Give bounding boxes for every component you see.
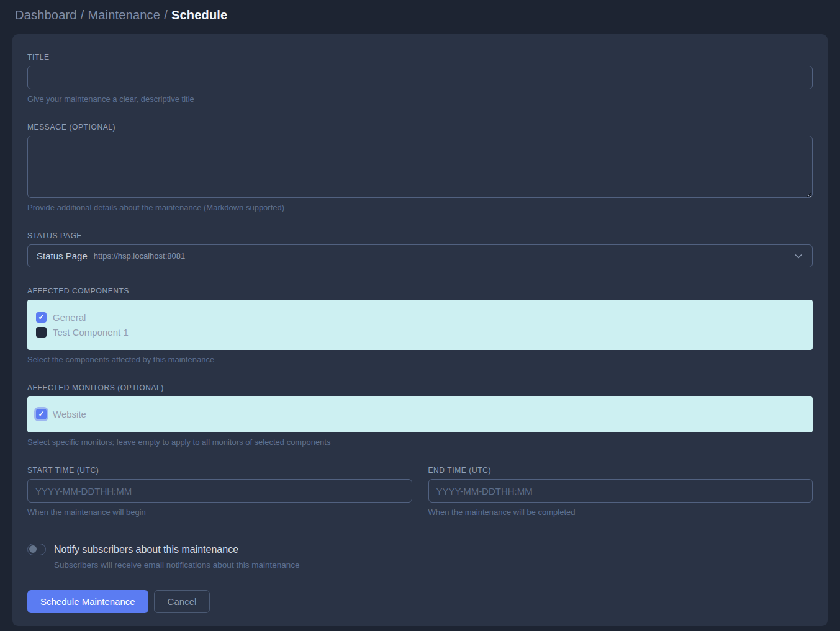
checkbox-general[interactable]: ✓ <box>36 312 47 323</box>
affected-monitors-label: AFFECTED MONITORS (OPTIONAL) <box>27 383 813 392</box>
breadcrumb: Dashboard/Maintenance/Schedule <box>15 8 825 22</box>
breadcrumb-separator: / <box>160 8 171 22</box>
title-input[interactable] <box>27 66 813 89</box>
status-page-selected-name: Status Page <box>37 251 88 261</box>
breadcrumb-maintenance[interactable]: Maintenance <box>88 8 160 22</box>
message-textarea[interactable] <box>27 136 813 198</box>
start-time-helper-text: When the maintenance will begin <box>27 508 412 517</box>
breadcrumb-dashboard[interactable]: Dashboard <box>15 8 77 22</box>
check-icon: ✓ <box>38 410 44 418</box>
monitor-option-website[interactable]: ✓ Website <box>36 406 804 421</box>
component-option-label: General <box>53 312 86 323</box>
affected-components-panel: ✓ General ✓ Test Component 1 <box>27 300 813 350</box>
affected-monitors-helper-text: Select specific monitors; leave empty to… <box>27 437 813 447</box>
status-page-selected-url: https://hsp.localhost:8081 <box>94 251 185 261</box>
breadcrumb-separator: / <box>77 8 88 22</box>
start-time-label: START TIME (UTC) <box>27 466 412 475</box>
affected-components-label: AFFECTED COMPONENTS <box>27 287 813 295</box>
component-option-test-component-1[interactable]: ✓ Test Component 1 <box>36 324 804 339</box>
top-bar: Dashboard/Maintenance/Schedule <box>0 0 840 29</box>
toggle-knob <box>29 545 37 553</box>
title-field-group: TITLE Give your maintenance a clear, des… <box>27 53 813 104</box>
cancel-button[interactable]: Cancel <box>154 590 210 613</box>
end-time-helper-text: When the maintenance will be completed <box>428 508 813 517</box>
message-label: MESSAGE (OPTIONAL) <box>27 123 813 132</box>
check-icon: ✓ <box>38 313 44 321</box>
affected-monitors-group: AFFECTED MONITORS (OPTIONAL) ✓ Website S… <box>27 383 813 447</box>
affected-components-group: AFFECTED COMPONENTS ✓ General ✓ Test Com… <box>27 287 813 364</box>
status-page-label: STATUS PAGE <box>27 231 813 240</box>
component-option-label: Test Component 1 <box>53 327 129 338</box>
breadcrumb-current-schedule: Schedule <box>171 8 228 22</box>
title-helper-text: Give your maintenance a clear, descripti… <box>27 94 813 104</box>
start-time-input[interactable] <box>27 479 412 503</box>
affected-components-helper-text: Select the components affected by this m… <box>27 355 813 364</box>
time-fields-row: START TIME (UTC) When the maintenance wi… <box>27 466 813 517</box>
schedule-maintenance-form-card: TITLE Give your maintenance a clear, des… <box>12 34 828 626</box>
schedule-maintenance-button[interactable]: Schedule Maintenance <box>27 590 148 613</box>
status-page-field-group: STATUS PAGE Status Page https://hsp.loca… <box>27 231 813 267</box>
form-actions: Schedule Maintenance Cancel <box>27 590 813 613</box>
title-label: TITLE <box>27 53 813 61</box>
start-time-field-group: START TIME (UTC) When the maintenance wi… <box>27 466 412 517</box>
checkbox-test-component-1[interactable]: ✓ <box>36 327 47 338</box>
checkbox-website[interactable]: ✓ <box>36 409 47 419</box>
notify-subscribers-label: Notify subscribers about this maintenanc… <box>54 544 238 555</box>
message-field-group: MESSAGE (OPTIONAL) Provide additional de… <box>27 123 813 212</box>
status-page-select[interactable]: Status Page https://hsp.localhost:8081 <box>27 244 813 267</box>
notify-subscribers-helper-text: Subscribers will receive email notificat… <box>54 560 813 570</box>
end-time-input[interactable] <box>428 479 813 503</box>
notify-subscribers-row: Notify subscribers about this maintenanc… <box>27 544 813 555</box>
monitor-option-label: Website <box>53 409 86 419</box>
component-option-general[interactable]: ✓ General <box>36 310 804 324</box>
end-time-label: END TIME (UTC) <box>428 466 813 475</box>
chevron-down-icon <box>793 251 803 261</box>
end-time-field-group: END TIME (UTC) When the maintenance will… <box>428 466 813 517</box>
message-helper-text: Provide additional details about the mai… <box>27 203 813 212</box>
affected-monitors-panel: ✓ Website <box>27 396 813 432</box>
notify-subscribers-toggle[interactable] <box>27 544 46 555</box>
notify-subscribers-group: Notify subscribers about this maintenanc… <box>27 544 813 570</box>
